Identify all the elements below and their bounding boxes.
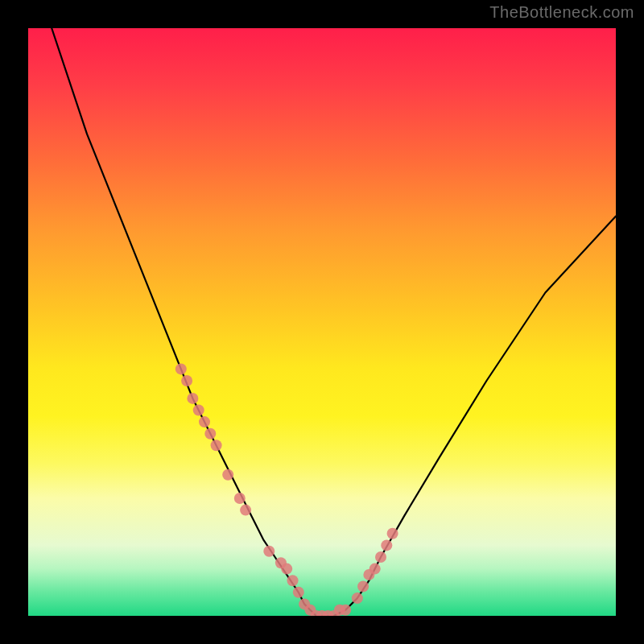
- curve-dot: [357, 581, 369, 592]
- curve-dot: [204, 428, 216, 440]
- curve-dot: [199, 416, 210, 427]
- gradient-plot-area: [28, 28, 616, 616]
- curve-dot: [352, 592, 363, 604]
- bottleneck-curve: [52, 28, 616, 616]
- curve-dot: [287, 575, 299, 586]
- curve-dot: [387, 528, 398, 539]
- curve-dot: [211, 440, 222, 451]
- curve-dot: [234, 493, 246, 504]
- curve-dot: [240, 505, 251, 516]
- chart-stage: TheBottleneck.com: [0, 0, 644, 644]
- curve-dot: [222, 469, 233, 481]
- curve-dot: [340, 605, 351, 616]
- curve-dot: [187, 393, 198, 404]
- curve-dot: [181, 375, 192, 386]
- curve-dot: [369, 564, 381, 575]
- curve-dot: [193, 405, 204, 416]
- curve-dot: [263, 546, 275, 557]
- watermark-text: TheBottleneck.com: [489, 3, 634, 22]
- curve-dot: [281, 564, 292, 575]
- curve-layer: [28, 28, 616, 616]
- curve-dot: [381, 539, 392, 551]
- curve-dot: [175, 363, 187, 374]
- curve-dot: [375, 551, 386, 563]
- curve-dots-group: [175, 363, 398, 616]
- curve-dot: [293, 587, 304, 598]
